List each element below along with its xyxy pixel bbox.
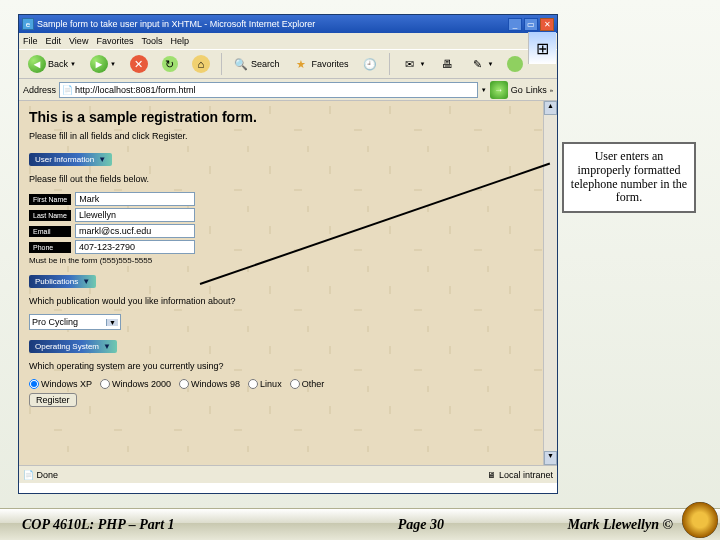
menu-tools[interactable]: Tools [141,36,162,46]
address-input[interactable]: 📄 http://localhost:8081/form.html [59,82,478,98]
menu-file[interactable]: File [23,36,38,46]
scroll-up-icon[interactable]: ▲ [544,101,557,115]
label-last-name: Last Name [29,210,71,221]
messenger-button[interactable] [502,53,528,75]
titlebar: e Sample form to take user input in XHTM… [19,15,557,33]
maximize-button[interactable]: ▭ [524,18,538,31]
windows-logo-icon: ⊞ [528,32,556,64]
close-button[interactable]: ✕ [540,18,554,31]
email-input[interactable] [75,224,195,238]
chevron-down-icon: ▼ [98,155,106,164]
chevron-down-icon: ▼ [82,277,90,286]
scroll-down-icon[interactable]: ▼ [544,451,557,465]
label-first-name: First Name [29,194,71,205]
os-radio-linux[interactable]: Linux [248,379,282,389]
phone-input[interactable] [75,240,195,254]
menu-view[interactable]: View [69,36,88,46]
back-button[interactable]: ◄Back▼ [23,52,81,76]
section-os: Operating System▼ [29,340,117,353]
slide-footer: COP 4610L: PHP – Part 1 Page 30 Mark Lle… [0,508,720,540]
status-right: 🖥Local intranet [487,470,553,480]
chevron-down-icon: ▼ [103,342,111,351]
page-icon: 📄 [62,85,73,95]
section-user-info: User Information▼ [29,153,112,166]
label-email: Email [29,226,71,237]
os-radio-98[interactable]: Windows 98 [179,379,240,389]
edit-button[interactable]: ✎▼ [464,53,498,75]
vertical-scrollbar[interactable]: ▲ ▼ [543,101,557,465]
phone-format-hint: Must be in the form (555)555-5555 [29,256,547,265]
status-left: 📄 Done [23,470,58,480]
content-area: This is a sample registration form. Plea… [19,101,557,465]
os-radio-xp[interactable]: Windows XP [29,379,92,389]
go-label: Go [511,85,523,95]
os-radio-other[interactable]: Other [290,379,325,389]
menu-edit[interactable]: Edit [46,36,62,46]
address-dropdown-icon[interactable]: ▼ [481,87,487,93]
footer-left: COP 4610L: PHP – Part 1 [0,517,321,533]
fill-hint: Please fill out the fields below. [29,174,547,184]
address-bar: Address 📄 http://localhost:8081/form.htm… [19,79,557,101]
favorites-button[interactable]: ★Favorites [288,53,353,75]
home-button[interactable]: ⌂ [187,52,215,76]
menu-help[interactable]: Help [170,36,189,46]
done-icon: 📄 [23,470,34,480]
os-radio-group: Windows XP Windows 2000 Windows 98 Linux… [29,379,547,389]
annotation-callout: User enters an improperly formatted tele… [562,142,696,213]
ie-icon: e [22,18,34,30]
forward-button[interactable]: ►▼ [85,52,121,76]
history-button[interactable]: 🕘 [357,53,383,75]
toolbar: ◄Back▼ ►▼ ✕ ↻ ⌂ 🔍Search ★Favorites 🕘 ✉▼ … [19,49,557,79]
address-url: http://localhost:8081/form.html [75,85,196,95]
register-button[interactable]: Register [29,393,77,407]
dropdown-caret-icon: ▼ [106,319,118,326]
footer-mid: Page 30 [321,517,520,533]
ucf-logo-icon [682,502,718,538]
page-body: This is a sample registration form. Plea… [19,101,557,465]
first-name-input[interactable] [75,192,195,206]
links-expand-icon[interactable]: » [550,87,553,93]
zone-icon: 🖥 [487,470,496,480]
page-heading: This is a sample registration form. [29,109,547,125]
label-phone: Phone [29,242,71,253]
refresh-button[interactable]: ↻ [157,53,183,75]
links-label[interactable]: Links [526,85,547,95]
os-radio-2000[interactable]: Windows 2000 [100,379,171,389]
menubar: File Edit View Favorites Tools Help ⊞ [19,33,557,49]
last-name-input[interactable] [75,208,195,222]
search-button[interactable]: 🔍Search [228,53,285,75]
page-instruction: Please fill in all fields and click Regi… [29,131,547,141]
publication-select[interactable]: Pro Cycling▼ [29,314,121,330]
print-button[interactable]: 🖶 [434,53,460,75]
publication-question: Which publication would you like informa… [29,296,547,306]
go-button[interactable]: → [490,81,508,99]
address-label: Address [23,85,56,95]
minimize-button[interactable]: _ [508,18,522,31]
menu-favorites[interactable]: Favorites [96,36,133,46]
status-bar: 📄 Done 🖥Local intranet [19,465,557,483]
mail-button[interactable]: ✉▼ [396,53,430,75]
section-publications: Publications▼ [29,275,96,288]
os-question: Which operating system are you currently… [29,361,547,371]
stop-button[interactable]: ✕ [125,52,153,76]
window-title: Sample form to take user input in XHTML … [37,19,508,29]
